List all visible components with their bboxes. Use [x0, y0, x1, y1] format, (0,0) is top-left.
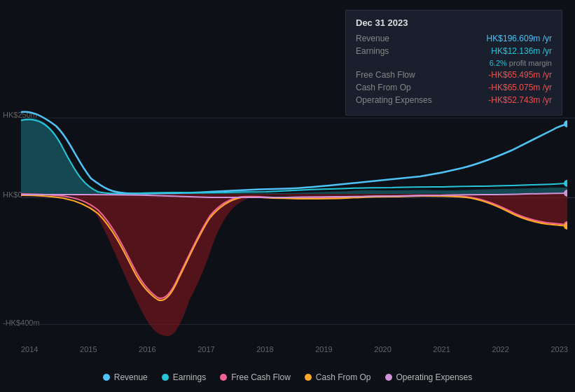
- x-label-2021: 2021: [433, 345, 450, 354]
- y-label-0: HK$0: [3, 190, 22, 199]
- tooltip-row-opex: Operating Expenses -HK$52.743m /yr: [356, 95, 552, 105]
- tooltip-label-fcf: Free Cash Flow: [356, 70, 440, 80]
- x-label-2022: 2022: [492, 345, 508, 354]
- chart-svg: [21, 105, 567, 336]
- tooltip-label-earnings: Earnings: [356, 46, 440, 56]
- legend-label-cashop: Cash From Op: [316, 372, 371, 382]
- chart-container: Dec 31 2023 Revenue HK$196.609m /yr Earn…: [0, 0, 575, 392]
- tooltip-value-margin: 6.2% profit margin: [490, 59, 552, 67]
- legend-label-opex: Operating Expenses: [396, 372, 473, 382]
- legend-item-opex[interactable]: Operating Expenses: [385, 372, 473, 382]
- legend-item-cashop[interactable]: Cash From Op: [305, 372, 371, 382]
- legend-dot-earnings: [162, 374, 169, 381]
- legend-label-revenue: Revenue: [114, 372, 148, 382]
- legend-item-earnings[interactable]: Earnings: [162, 372, 206, 382]
- legend-dot-revenue: [103, 374, 110, 381]
- x-label-2020: 2020: [374, 345, 391, 354]
- x-label-2014: 2014: [21, 345, 38, 354]
- tooltip-row-earnings: Earnings HK$12.136m /yr: [356, 46, 552, 56]
- earnings-dot: [564, 180, 567, 187]
- legend-label-earnings: Earnings: [173, 372, 206, 382]
- tooltip-value-fcf: -HK$65.495m /yr: [488, 70, 552, 80]
- tooltip-row-revenue: Revenue HK$196.609m /yr: [356, 34, 552, 43]
- chart-legend: Revenue Earnings Free Cash Flow Cash Fro…: [0, 372, 575, 382]
- legend-dot-opex: [385, 374, 392, 381]
- revenue-dot: [564, 120, 567, 127]
- tooltip-value-opex: -HK$52.743m /yr: [488, 95, 552, 105]
- x-label-2023: 2023: [550, 345, 567, 354]
- tooltip-value-earnings: HK$12.136m /yr: [491, 46, 552, 56]
- legend-dot-fcf: [220, 374, 227, 381]
- x-label-2018: 2018: [256, 345, 273, 354]
- legend-label-fcf: Free Cash Flow: [231, 372, 291, 382]
- tooltip-box: Dec 31 2023 Revenue HK$196.609m /yr Earn…: [345, 10, 562, 115]
- tooltip-title: Dec 31 2023: [356, 18, 552, 28]
- x-label-2016: 2016: [139, 345, 155, 354]
- x-label-2017: 2017: [198, 345, 214, 354]
- tooltip-row-cashop: Cash From Op -HK$65.075m /yr: [356, 83, 552, 92]
- legend-item-fcf[interactable]: Free Cash Flow: [220, 372, 291, 382]
- tooltip-value-revenue: HK$196.609m /yr: [487, 34, 552, 43]
- x-label-2015: 2015: [80, 345, 97, 354]
- tooltip-label-cashop: Cash From Op: [356, 83, 440, 92]
- x-axis-labels: 2014 2015 2016 2017 2018 2019 2020 2021 …: [21, 345, 568, 354]
- tooltip-row-margin: 6.2% profit margin: [356, 59, 552, 67]
- x-label-2019: 2019: [315, 345, 332, 354]
- tooltip-label-opex: Operating Expenses: [356, 95, 440, 105]
- legend-item-revenue[interactable]: Revenue: [103, 372, 148, 382]
- legend-dot-cashop: [305, 374, 312, 381]
- tooltip-value-cashop: -HK$65.075m /yr: [488, 83, 552, 92]
- tooltip-row-fcf: Free Cash Flow -HK$65.495m /yr: [356, 70, 552, 80]
- tooltip-label-revenue: Revenue: [356, 34, 440, 43]
